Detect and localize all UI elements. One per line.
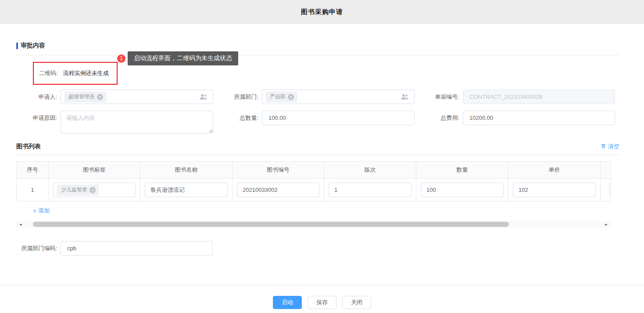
book-tag-text: 少儿益智类: [61, 186, 87, 194]
dept-code-label: 所属部门编码:: [16, 241, 61, 255]
scrollbar-thumb[interactable]: [33, 222, 509, 227]
start-button[interactable]: 启动: [273, 296, 302, 309]
book-list-section-header: 图书列表 清空: [16, 143, 619, 155]
close-button[interactable]: 关闭: [342, 296, 371, 309]
row-index-cell: 1: [17, 179, 49, 201]
applicant-label: 申请人:: [16, 90, 61, 104]
qr-area: 二维码: 流程实例还未生成 1 启动流程界面，二维码为未生成状态: [16, 62, 644, 85]
page-title: 图书采购申请: [301, 8, 343, 16]
applicant-input[interactable]: 超级管理员 ×: [61, 90, 213, 104]
reason-label: 申请原因:: [16, 111, 61, 125]
top-bar: 图书采购申请: [0, 0, 644, 24]
department-input[interactable]: 产品部 ×: [262, 90, 415, 104]
total-qty-label: 总数量:: [213, 111, 262, 125]
approval-section-header: 审批内容: [16, 42, 619, 55]
partial-input[interactable]: [609, 183, 611, 197]
section-marker-bar: [16, 43, 18, 49]
approval-section-title: 审批内容: [21, 42, 45, 50]
total-cost-label: 总费用:: [415, 111, 463, 125]
scroll-left-icon[interactable]: ◄: [16, 223, 25, 227]
qr-label: 二维码:: [39, 69, 58, 77]
table-header-row: 序号 图书标签 图书名称 图书编号 版次 数量 单价: [17, 162, 611, 179]
book-quantity-input[interactable]: [421, 183, 504, 197]
book-extra-cell: [601, 179, 611, 201]
column-header-index: 序号: [17, 162, 49, 179]
department-tag-text: 产品部: [270, 93, 286, 101]
dept-code-input[interactable]: [61, 241, 213, 255]
book-price-cell: [508, 179, 601, 201]
book-list-section-title: 图书列表: [16, 143, 41, 151]
main-content: 审批内容 二维码: 流程实例还未生成 1 启动流程界面，二维码为未生成状态 申请…: [0, 42, 644, 255]
qr-value: 流程实例还未生成: [63, 69, 109, 77]
plus-icon: +: [33, 207, 36, 214]
book-tag: 少儿益智类 ×: [57, 185, 99, 195]
horizontal-scrollbar[interactable]: ◄ ►: [16, 221, 611, 228]
column-header-edition: 版次: [324, 162, 416, 179]
column-header-number: 图书编号: [233, 162, 324, 179]
total-cost-input[interactable]: [463, 111, 615, 125]
save-button[interactable]: 保存: [308, 296, 336, 309]
book-name-cell: [140, 179, 233, 201]
book-table: 序号 图书标签 图书名称 图书编号 版次 数量 单价 1 少儿益: [16, 161, 611, 201]
dept-code-row: 所属部门编码:: [16, 241, 644, 255]
book-number-cell: [233, 179, 324, 201]
form-row-2: 申请原因: 总数量: 总费用:: [16, 111, 644, 133]
column-header-price: 单价: [508, 162, 601, 179]
form-row-1: 申请人: 超级管理员 × 所属部门: 产品部 ×: [16, 90, 644, 104]
table-row: 1 少儿益智类 ×: [17, 179, 611, 201]
column-header-quantity: 数量: [416, 162, 508, 179]
people-icon[interactable]: [199, 94, 208, 100]
annotation: 1 启动流程界面，二维码为未生成状态: [117, 51, 238, 65]
department-label: 所属部门:: [213, 90, 262, 104]
column-header-extra: [601, 162, 611, 179]
book-price-input[interactable]: [513, 183, 596, 197]
page: 图书采购申请 审批内容 二维码: 流程实例还未生成 1 启动流程界面，二维码为未…: [0, 0, 644, 313]
reason-textarea[interactable]: [61, 111, 213, 133]
column-header-tag: 图书标签: [49, 162, 140, 179]
book-edition-cell: [324, 179, 416, 201]
total-qty-input[interactable]: [262, 111, 415, 125]
add-button[interactable]: + 添加: [33, 207, 50, 215]
book-tag-input[interactable]: 少儿益智类 ×: [53, 183, 136, 197]
applicant-tag-text: 超级管理员: [68, 93, 95, 101]
annotation-tooltip: 启动流程界面，二维码为未生成状态: [128, 51, 238, 65]
annotation-badge: 1: [117, 54, 125, 63]
trash-icon: [601, 143, 606, 150]
tag-close-icon[interactable]: ×: [89, 187, 96, 193]
scroll-right-icon[interactable]: ►: [602, 223, 611, 227]
add-row: + 添加: [16, 201, 611, 220]
qr-highlight-box: 二维码: 流程实例还未生成: [33, 62, 118, 85]
department-tag: 产品部 ×: [266, 92, 297, 102]
doc-no-input: [463, 90, 615, 104]
add-label: 添加: [38, 207, 50, 215]
clear-label: 清空: [608, 143, 619, 151]
footer: 启动 保存 关闭: [0, 285, 644, 309]
doc-no-label: 单据编号:: [415, 90, 463, 104]
book-number-input[interactable]: [237, 183, 319, 197]
applicant-tag: 超级管理员 ×: [64, 92, 106, 102]
book-tag-cell: 少儿益智类 ×: [49, 179, 140, 201]
tag-close-icon[interactable]: ×: [288, 94, 294, 100]
people-icon[interactable]: [401, 94, 409, 100]
book-quantity-cell: [416, 179, 508, 201]
clear-button[interactable]: 清空: [601, 143, 619, 151]
tag-close-icon[interactable]: ×: [97, 94, 103, 100]
book-name-input[interactable]: [145, 183, 228, 197]
column-header-name: 图书名称: [140, 162, 233, 179]
book-edition-input[interactable]: [329, 183, 411, 197]
